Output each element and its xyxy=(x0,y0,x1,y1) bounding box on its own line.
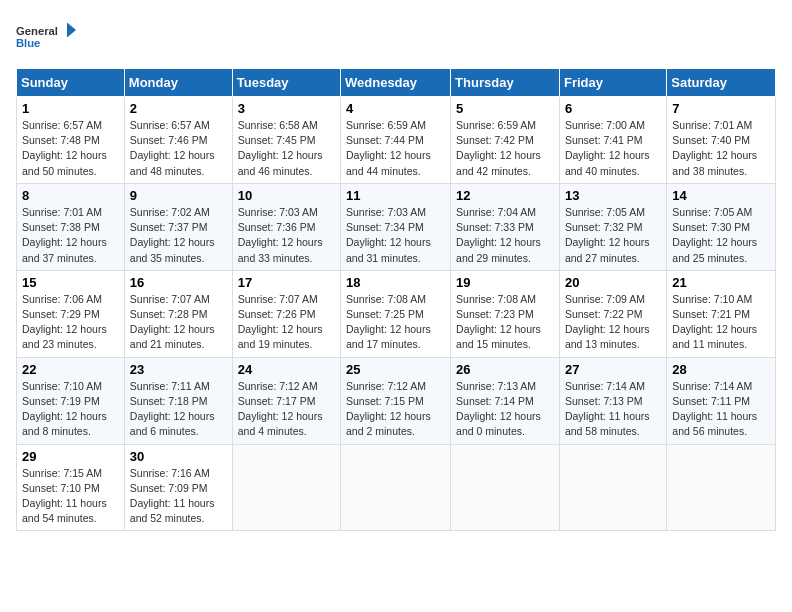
calendar-cell: 8Sunrise: 7:01 AMSunset: 7:38 PMDaylight… xyxy=(17,183,125,270)
calendar-cell: 30Sunrise: 7:16 AMSunset: 7:09 PMDayligh… xyxy=(124,444,232,531)
cell-content: Sunrise: 7:02 AMSunset: 7:37 PMDaylight:… xyxy=(130,205,227,266)
cell-content: Sunrise: 7:11 AMSunset: 7:18 PMDaylight:… xyxy=(130,379,227,440)
calendar-cell: 29Sunrise: 7:15 AMSunset: 7:10 PMDayligh… xyxy=(17,444,125,531)
day-number: 14 xyxy=(672,188,770,203)
calendar-cell: 16Sunrise: 7:07 AMSunset: 7:28 PMDayligh… xyxy=(124,270,232,357)
cell-content: Sunrise: 7:15 AMSunset: 7:10 PMDaylight:… xyxy=(22,466,119,527)
cell-content: Sunrise: 7:10 AMSunset: 7:21 PMDaylight:… xyxy=(672,292,770,353)
weekday-header-friday: Friday xyxy=(559,69,666,97)
weekday-header-saturday: Saturday xyxy=(667,69,776,97)
calendar-cell: 11Sunrise: 7:03 AMSunset: 7:34 PMDayligh… xyxy=(341,183,451,270)
day-number: 25 xyxy=(346,362,445,377)
calendar-cell: 19Sunrise: 7:08 AMSunset: 7:23 PMDayligh… xyxy=(451,270,560,357)
cell-content: Sunrise: 6:59 AMSunset: 7:44 PMDaylight:… xyxy=(346,118,445,179)
calendar-body: 1Sunrise: 6:57 AMSunset: 7:48 PMDaylight… xyxy=(17,97,776,531)
day-number: 29 xyxy=(22,449,119,464)
day-number: 12 xyxy=(456,188,554,203)
cell-content: Sunrise: 7:05 AMSunset: 7:32 PMDaylight:… xyxy=(565,205,661,266)
day-number: 20 xyxy=(565,275,661,290)
calendar-cell: 12Sunrise: 7:04 AMSunset: 7:33 PMDayligh… xyxy=(451,183,560,270)
cell-content: Sunrise: 7:08 AMSunset: 7:25 PMDaylight:… xyxy=(346,292,445,353)
day-number: 24 xyxy=(238,362,335,377)
day-number: 13 xyxy=(565,188,661,203)
calendar-cell: 2Sunrise: 6:57 AMSunset: 7:46 PMDaylight… xyxy=(124,97,232,184)
cell-content: Sunrise: 7:00 AMSunset: 7:41 PMDaylight:… xyxy=(565,118,661,179)
cell-content: Sunrise: 7:09 AMSunset: 7:22 PMDaylight:… xyxy=(565,292,661,353)
cell-content: Sunrise: 7:16 AMSunset: 7:09 PMDaylight:… xyxy=(130,466,227,527)
calendar-cell xyxy=(232,444,340,531)
cell-content: Sunrise: 6:57 AMSunset: 7:48 PMDaylight:… xyxy=(22,118,119,179)
calendar-cell: 3Sunrise: 6:58 AMSunset: 7:45 PMDaylight… xyxy=(232,97,340,184)
cell-content: Sunrise: 7:14 AMSunset: 7:13 PMDaylight:… xyxy=(565,379,661,440)
calendar-cell: 17Sunrise: 7:07 AMSunset: 7:26 PMDayligh… xyxy=(232,270,340,357)
day-number: 16 xyxy=(130,275,227,290)
cell-content: Sunrise: 6:58 AMSunset: 7:45 PMDaylight:… xyxy=(238,118,335,179)
cell-content: Sunrise: 7:07 AMSunset: 7:28 PMDaylight:… xyxy=(130,292,227,353)
day-number: 26 xyxy=(456,362,554,377)
calendar-table: SundayMondayTuesdayWednesdayThursdayFrid… xyxy=(16,68,776,531)
weekday-header-wednesday: Wednesday xyxy=(341,69,451,97)
logo: General Blue xyxy=(16,16,76,56)
calendar-cell: 25Sunrise: 7:12 AMSunset: 7:15 PMDayligh… xyxy=(341,357,451,444)
day-number: 23 xyxy=(130,362,227,377)
cell-content: Sunrise: 7:07 AMSunset: 7:26 PMDaylight:… xyxy=(238,292,335,353)
day-number: 2 xyxy=(130,101,227,116)
calendar-cell: 21Sunrise: 7:10 AMSunset: 7:21 PMDayligh… xyxy=(667,270,776,357)
cell-content: Sunrise: 7:01 AMSunset: 7:38 PMDaylight:… xyxy=(22,205,119,266)
day-number: 15 xyxy=(22,275,119,290)
day-number: 17 xyxy=(238,275,335,290)
calendar-cell: 15Sunrise: 7:06 AMSunset: 7:29 PMDayligh… xyxy=(17,270,125,357)
day-number: 18 xyxy=(346,275,445,290)
calendar-cell: 1Sunrise: 6:57 AMSunset: 7:48 PMDaylight… xyxy=(17,97,125,184)
cell-content: Sunrise: 7:01 AMSunset: 7:40 PMDaylight:… xyxy=(672,118,770,179)
calendar-cell: 26Sunrise: 7:13 AMSunset: 7:14 PMDayligh… xyxy=(451,357,560,444)
cell-content: Sunrise: 6:59 AMSunset: 7:42 PMDaylight:… xyxy=(456,118,554,179)
calendar-cell: 14Sunrise: 7:05 AMSunset: 7:30 PMDayligh… xyxy=(667,183,776,270)
calendar-cell: 7Sunrise: 7:01 AMSunset: 7:40 PMDaylight… xyxy=(667,97,776,184)
day-number: 28 xyxy=(672,362,770,377)
calendar-cell: 20Sunrise: 7:09 AMSunset: 7:22 PMDayligh… xyxy=(559,270,666,357)
day-number: 19 xyxy=(456,275,554,290)
cell-content: Sunrise: 7:08 AMSunset: 7:23 PMDaylight:… xyxy=(456,292,554,353)
day-number: 8 xyxy=(22,188,119,203)
cell-content: Sunrise: 6:57 AMSunset: 7:46 PMDaylight:… xyxy=(130,118,227,179)
cell-content: Sunrise: 7:14 AMSunset: 7:11 PMDaylight:… xyxy=(672,379,770,440)
svg-text:General: General xyxy=(16,25,58,37)
calendar-cell: 10Sunrise: 7:03 AMSunset: 7:36 PMDayligh… xyxy=(232,183,340,270)
svg-marker-2 xyxy=(67,23,76,38)
weekday-header-thursday: Thursday xyxy=(451,69,560,97)
weekday-header-monday: Monday xyxy=(124,69,232,97)
week-row-4: 22Sunrise: 7:10 AMSunset: 7:19 PMDayligh… xyxy=(17,357,776,444)
cell-content: Sunrise: 7:10 AMSunset: 7:19 PMDaylight:… xyxy=(22,379,119,440)
day-number: 30 xyxy=(130,449,227,464)
week-row-1: 1Sunrise: 6:57 AMSunset: 7:48 PMDaylight… xyxy=(17,97,776,184)
calendar-cell: 27Sunrise: 7:14 AMSunset: 7:13 PMDayligh… xyxy=(559,357,666,444)
calendar-cell: 18Sunrise: 7:08 AMSunset: 7:25 PMDayligh… xyxy=(341,270,451,357)
cell-content: Sunrise: 7:12 AMSunset: 7:15 PMDaylight:… xyxy=(346,379,445,440)
day-number: 6 xyxy=(565,101,661,116)
calendar-cell xyxy=(667,444,776,531)
day-number: 10 xyxy=(238,188,335,203)
day-number: 4 xyxy=(346,101,445,116)
day-number: 9 xyxy=(130,188,227,203)
day-number: 27 xyxy=(565,362,661,377)
calendar-cell xyxy=(341,444,451,531)
weekday-header-row: SundayMondayTuesdayWednesdayThursdayFrid… xyxy=(17,69,776,97)
day-number: 11 xyxy=(346,188,445,203)
calendar-cell: 28Sunrise: 7:14 AMSunset: 7:11 PMDayligh… xyxy=(667,357,776,444)
week-row-3: 15Sunrise: 7:06 AMSunset: 7:29 PMDayligh… xyxy=(17,270,776,357)
cell-content: Sunrise: 7:12 AMSunset: 7:17 PMDaylight:… xyxy=(238,379,335,440)
calendar-cell: 6Sunrise: 7:00 AMSunset: 7:41 PMDaylight… xyxy=(559,97,666,184)
svg-text:Blue: Blue xyxy=(16,37,40,49)
day-number: 3 xyxy=(238,101,335,116)
day-number: 5 xyxy=(456,101,554,116)
page-header: General Blue xyxy=(16,16,776,56)
calendar-cell: 13Sunrise: 7:05 AMSunset: 7:32 PMDayligh… xyxy=(559,183,666,270)
cell-content: Sunrise: 7:13 AMSunset: 7:14 PMDaylight:… xyxy=(456,379,554,440)
week-row-2: 8Sunrise: 7:01 AMSunset: 7:38 PMDaylight… xyxy=(17,183,776,270)
weekday-header-sunday: Sunday xyxy=(17,69,125,97)
day-number: 21 xyxy=(672,275,770,290)
cell-content: Sunrise: 7:06 AMSunset: 7:29 PMDaylight:… xyxy=(22,292,119,353)
calendar-cell: 9Sunrise: 7:02 AMSunset: 7:37 PMDaylight… xyxy=(124,183,232,270)
calendar-cell: 22Sunrise: 7:10 AMSunset: 7:19 PMDayligh… xyxy=(17,357,125,444)
